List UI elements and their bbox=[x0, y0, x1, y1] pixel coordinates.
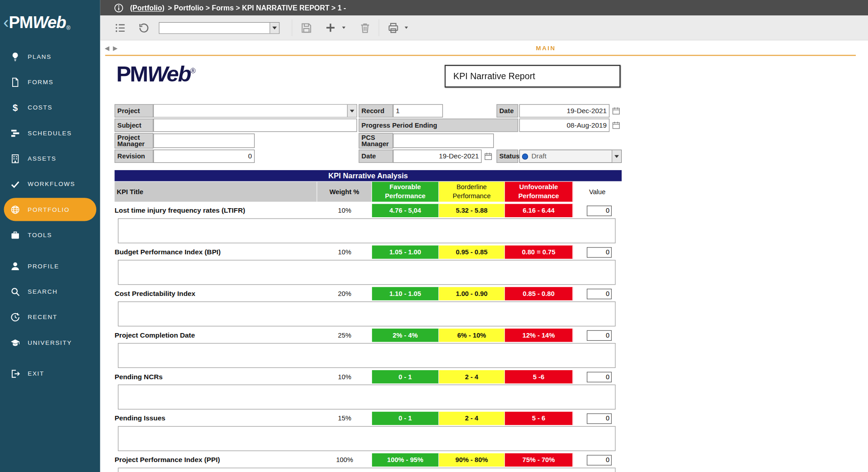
sidebar-item-assets[interactable]: ASSETS bbox=[0, 146, 100, 171]
breadcrumb-portfolio-link[interactable]: (Portfolio) bbox=[130, 4, 165, 12]
kpi-value-input[interactable] bbox=[587, 455, 612, 465]
printer-icon bbox=[387, 21, 399, 34]
sidebar-item-label: RECENT bbox=[28, 314, 57, 320]
kpi-row: Project Completion Date 25% 2% - 4% 6% -… bbox=[114, 329, 622, 342]
kpi-row: Lost time injury frequency rates (LTIFR)… bbox=[114, 204, 622, 217]
chevron-down-icon bbox=[405, 27, 408, 29]
project-input[interactable] bbox=[154, 105, 347, 117]
kpi-unfavorable-range: 12% - 14% bbox=[505, 329, 573, 342]
sidebar-item-profile[interactable]: PROFILE bbox=[0, 253, 100, 279]
magnifier-icon bbox=[10, 286, 20, 296]
history-button[interactable] bbox=[135, 19, 152, 37]
sidebar-item-portfolio[interactable]: PORTFOLIO bbox=[4, 198, 96, 221]
revision-label: Revision bbox=[114, 150, 153, 163]
sidebar-nav: PLANS FORMS $ COSTS SCHEDULES ASSETS WOR… bbox=[0, 34, 100, 386]
kpi-favorable-range: 2% - 4% bbox=[372, 329, 439, 342]
project-manager-label: Project Manager bbox=[114, 133, 153, 148]
kpi-value-input[interactable] bbox=[587, 330, 612, 340]
sidebar-item-forms[interactable]: FORMS bbox=[0, 69, 100, 95]
kpi-unfavorable-range: 0.80 = 0.75 bbox=[505, 245, 573, 258]
date-field[interactable] bbox=[519, 104, 610, 117]
pcs-manager-field[interactable] bbox=[393, 133, 494, 148]
kpi-unfavorable-range: 0.85 - 0.80 bbox=[505, 287, 573, 300]
kpi-borderline-range: 6% - 10% bbox=[439, 329, 505, 342]
kpi-value-input[interactable] bbox=[587, 413, 612, 424]
print-button[interactable] bbox=[384, 19, 402, 37]
kpi-row: Pending Issues 15% 0 - 1 2 - 4 5 - 6 bbox=[114, 412, 622, 425]
calendar-icon[interactable] bbox=[612, 121, 621, 130]
date2-field[interactable] bbox=[393, 150, 481, 163]
calendar-icon[interactable] bbox=[612, 106, 621, 115]
kpi-comment-textarea[interactable] bbox=[118, 385, 616, 410]
save-icon bbox=[300, 21, 312, 34]
kpi-title: Budget Performance Index (BPI) bbox=[114, 245, 317, 258]
sidebar-item-schedules[interactable]: SCHEDULES bbox=[0, 120, 100, 146]
briefcase-icon bbox=[10, 230, 20, 240]
chevron-down-icon bbox=[272, 26, 277, 29]
add-menu-button[interactable] bbox=[340, 19, 349, 37]
sidebar-item-tools[interactable]: TOOLS bbox=[0, 222, 100, 248]
pmweb-logo-content: PMWeb® bbox=[116, 62, 195, 85]
kpi-unfavorable-range: 75% - 70% bbox=[505, 453, 573, 467]
kpi-value-input[interactable] bbox=[587, 205, 612, 216]
delete-button[interactable] bbox=[356, 19, 373, 37]
sidebar-item-label: FORMS bbox=[28, 79, 53, 86]
project-manager-field[interactable] bbox=[153, 133, 255, 148]
kpi-unfavorable-range: 6.16 - 6.44 bbox=[505, 204, 573, 217]
kpi-value-input[interactable] bbox=[587, 372, 612, 382]
kpi-value-input[interactable] bbox=[587, 288, 612, 299]
sidebar-item-university[interactable]: UNIVERSITY bbox=[0, 330, 100, 355]
tab-scroll-left-icon[interactable]: ◀ bbox=[104, 44, 109, 52]
save-button[interactable] bbox=[297, 19, 315, 37]
record-selector-dropdown-button[interactable] bbox=[269, 23, 279, 33]
kpi-comment-textarea[interactable] bbox=[118, 467, 616, 472]
kpi-comment-textarea[interactable] bbox=[118, 260, 616, 285]
progress-period-field[interactable] bbox=[519, 119, 610, 132]
subject-field[interactable] bbox=[153, 119, 357, 132]
kpi-borderline-range: 5.32 - 5.88 bbox=[439, 204, 505, 217]
kpi-comment-textarea[interactable] bbox=[118, 343, 616, 368]
date2-label: Date bbox=[359, 150, 393, 163]
record-field[interactable] bbox=[393, 104, 443, 117]
kpi-favorable-range: 100% - 95% bbox=[372, 453, 439, 467]
project-select[interactable] bbox=[153, 104, 357, 117]
record-selector-combobox[interactable] bbox=[159, 22, 279, 33]
sidebar-item-plans[interactable]: PLANS bbox=[0, 44, 100, 69]
record-selector-input[interactable] bbox=[160, 23, 270, 33]
kpi-comment-textarea[interactable] bbox=[118, 301, 616, 326]
project-dropdown-button[interactable] bbox=[347, 105, 357, 117]
sidebar-item-label: SCHEDULES bbox=[28, 130, 72, 137]
status-select[interactable]: Draft bbox=[519, 150, 622, 163]
kpi-title: Lost time injury frequency rates (LTIFR) bbox=[114, 204, 317, 217]
print-menu-button[interactable] bbox=[402, 19, 411, 37]
status-dropdown-button[interactable] bbox=[612, 150, 621, 162]
sidebar-item-costs[interactable]: $ COSTS bbox=[0, 95, 100, 120]
sidebar-item-search[interactable]: SEARCH bbox=[0, 279, 100, 304]
status-value: Draft bbox=[532, 153, 609, 160]
kpi-weight: 15% bbox=[317, 412, 372, 425]
kpi-weight: 25% bbox=[317, 329, 372, 342]
sidebar-item-exit[interactable]: EXIT bbox=[0, 361, 100, 386]
kpi-value-input[interactable] bbox=[587, 247, 612, 257]
tab-main[interactable]: MAIN bbox=[510, 45, 582, 52]
sidebar-item-workflows[interactable]: WORKFLOWS bbox=[0, 171, 100, 196]
add-button[interactable] bbox=[321, 19, 339, 37]
kpi-narrative-table: KPI Narrative Analysis KPI Title Weight … bbox=[114, 170, 622, 472]
kpi-comment-textarea[interactable] bbox=[118, 426, 616, 451]
sidebar-item-recent[interactable]: RECENT bbox=[0, 304, 100, 329]
tab-scroll-right-icon[interactable]: ▶ bbox=[113, 44, 118, 52]
kpi-weight: 10% bbox=[317, 370, 372, 383]
sidebar-item-label: PORTFOLIO bbox=[28, 206, 70, 213]
kpi-row: Budget Performance Index (BPI) 10% 1.05 … bbox=[114, 245, 622, 258]
kpi-comment-textarea[interactable] bbox=[118, 218, 616, 243]
sidebar-divider-gap bbox=[0, 248, 100, 253]
graduation-cap-icon bbox=[10, 337, 20, 348]
records-list-button[interactable] bbox=[111, 19, 129, 37]
kpi-header-weight: Weight % bbox=[317, 182, 372, 202]
records-list-icon bbox=[114, 21, 127, 34]
kpi-title: Pending Issues bbox=[114, 412, 317, 425]
calendar-icon[interactable] bbox=[484, 152, 493, 161]
history-toolbar-icon bbox=[137, 21, 150, 34]
info-icon[interactable] bbox=[113, 3, 124, 13]
revision-field[interactable] bbox=[153, 150, 255, 163]
